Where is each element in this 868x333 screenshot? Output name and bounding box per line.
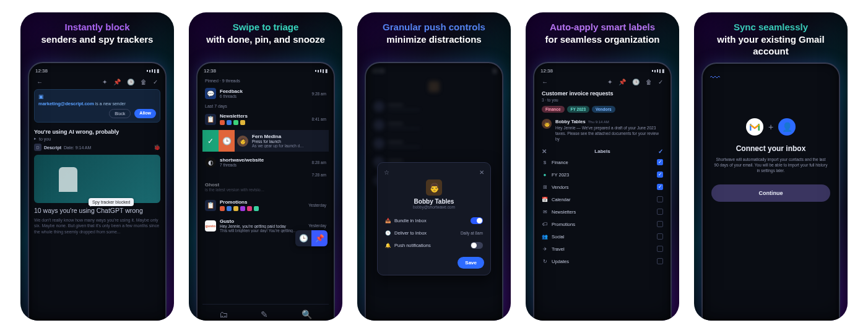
headline-accent: Sync seamlessly: [734, 22, 808, 32]
done-icon[interactable]: ✓: [658, 79, 663, 85]
trash-icon[interactable]: 🗑: [646, 79, 652, 85]
setting-row[interactable]: 🕒Deliver to Inbox Daily at 8am: [384, 227, 484, 239]
headline-accent: Auto-apply smart labels: [550, 22, 655, 32]
label-row[interactable]: ✉Newsletters: [539, 205, 666, 218]
bundle-icon: 📥: [385, 218, 391, 223]
setting-row[interactable]: 📥Bundle in Inbox: [384, 214, 484, 227]
list-item[interactable]: 📋 Promotions Yesterday: [202, 196, 329, 215]
checkbox[interactable]: [657, 246, 663, 252]
pin-icon[interactable]: 📌: [618, 79, 626, 85]
checkbox[interactable]: [657, 258, 663, 264]
slide-block-senders[interactable]: Instantly block senders and spy trackers…: [20, 12, 174, 321]
chip-fy2023[interactable]: FY 2023: [567, 106, 589, 113]
label-row[interactable]: 🏷Promotions: [539, 218, 666, 230]
labels-close-icon[interactable]: ✕: [542, 148, 547, 155]
checkbox[interactable]: [657, 184, 663, 190]
list-item[interactable]: 💬 Feedback6 threads 9:28 am: [202, 84, 329, 103]
pin-action-icon[interactable]: 📌: [311, 230, 328, 246]
snooze-action-icon[interactable]: 🕒: [295, 230, 311, 246]
star-icon[interactable]: ☆: [384, 169, 389, 176]
plus-icon: +: [768, 122, 773, 132]
label-row[interactable]: 👥Social: [539, 230, 666, 243]
signal-icon: ▮: [147, 68, 159, 74]
swipe-done-icon[interactable]: ✓: [202, 130, 219, 152]
sparkle-icon[interactable]: ✦: [607, 79, 612, 85]
onboard-title: Connect your inbox: [711, 144, 830, 153]
email-toolbar: ← ✦ 📌 🕒 🗑 ✓: [34, 77, 160, 89]
item-time: 9:28 am: [312, 92, 327, 96]
mini-icons: [220, 120, 308, 125]
done-icon[interactable]: ✓: [153, 79, 158, 85]
labels-confirm-icon[interactable]: ✓: [658, 148, 663, 155]
slide-swipe-triage[interactable]: Swipe to triage with done, pin, and snoo…: [189, 12, 342, 321]
item-sub2: As we gear up for launch d…: [252, 144, 326, 148]
back-icon[interactable]: ←: [542, 79, 548, 85]
label-row[interactable]: ↻Updates: [539, 255, 666, 267]
status-bar: 12:38 ▮: [34, 68, 160, 77]
bug-icon[interactable]: 🐞: [154, 144, 160, 150]
slide-headline: Sync seamlessly with your existing Gmail…: [701, 21, 840, 58]
list-item[interactable]: Ghostis the latest version with revisio…: [202, 178, 329, 196]
close-icon[interactable]: ✕: [479, 169, 484, 176]
nav-inbox-icon[interactable]: 🗂: [219, 309, 228, 319]
checkbox[interactable]: [657, 159, 663, 165]
slide-smart-labels[interactable]: Auto-apply smart labels for seamless org…: [526, 12, 679, 321]
clock-icon[interactable]: 🕒: [127, 79, 134, 85]
label-icon: $: [542, 160, 548, 165]
continue-button[interactable]: Continue: [711, 184, 830, 202]
label-name: Updates: [552, 259, 569, 264]
headline-rest: for seamless organization: [545, 34, 659, 45]
phone-mock: 12:38 ▮ ← ✦ 📌 🕒 🗑 ✓ ▣ marketing@descript…: [28, 62, 167, 321]
headline-rest: minimize distractions: [386, 34, 481, 45]
label-name: Social: [552, 234, 564, 240]
email-toolbar: ← ✦ 📌 🕒 🗑 ✓: [539, 77, 666, 89]
save-button[interactable]: Save: [458, 257, 484, 269]
label-icon: 📅: [542, 197, 548, 202]
new-sender-card: ▣ marketing@descript.com is a new sender…: [34, 89, 160, 123]
toggle-off[interactable]: [471, 242, 483, 249]
checkbox[interactable]: [657, 196, 663, 202]
label-name: Newsletters: [552, 209, 576, 215]
mail-icon: ▣: [38, 93, 156, 100]
list-item[interactable]: ◐ shortwave/website7 threads 8:28 am: [202, 153, 329, 171]
chip-vendors[interactable]: Vendors: [592, 106, 615, 113]
deliver-value: Daily at 8am: [461, 231, 483, 235]
label-icon: ✈: [542, 246, 548, 252]
label-row[interactable]: ●FY 2023: [539, 168, 666, 181]
nav-compose-icon[interactable]: ✎: [261, 309, 268, 319]
message-body: Hey Jennie — We've prepared a draft of y…: [555, 126, 663, 142]
allow-button[interactable]: Allow: [134, 109, 156, 118]
label-row[interactable]: 📅Calendar: [539, 193, 666, 205]
signal-icon: ▮: [315, 68, 328, 74]
swipe-snooze-icon[interactable]: 🕒: [219, 130, 235, 152]
toggle-on[interactable]: [471, 217, 483, 224]
message-time: Thu 9:14 AM: [588, 120, 609, 124]
label-row[interactable]: ✈Travel: [539, 243, 666, 255]
item-sub: 7 threads: [220, 163, 308, 167]
chip-finance[interactable]: Finance: [542, 106, 565, 113]
checkbox[interactable]: [657, 233, 663, 240]
swipe-row[interactable]: ✓ 🕒 👩 Fern MedinaPress for launchAs we g…: [202, 130, 329, 152]
back-icon[interactable]: ←: [37, 79, 43, 85]
label-row[interactable]: $Finance: [539, 156, 666, 168]
phone-mock: 12:38 ▮ ← ✦ 📌 🕒 🗑 ✓ Customer invoice req…: [533, 62, 672, 321]
clock: 12:38: [204, 68, 216, 74]
sparkle-icon[interactable]: ✦: [102, 79, 107, 85]
feedback-icon: 💬: [205, 88, 216, 99]
setting-row[interactable]: 🔔Push notifications: [384, 239, 484, 252]
clock-icon[interactable]: 🕒: [632, 79, 640, 85]
checkbox[interactable]: [657, 209, 663, 215]
time-section: 7:28 am: [202, 171, 329, 178]
pin-icon[interactable]: 📌: [113, 79, 121, 85]
label-row[interactable]: ⊞Vendors: [539, 181, 666, 193]
trash-icon[interactable]: 🗑: [141, 79, 147, 85]
checkbox[interactable]: [657, 171, 663, 178]
slide-push-controls[interactable]: Granular push controls minimize distract…: [357, 12, 511, 321]
slide-sync-gmail[interactable]: Sync seamlessly with your existing Gmail…: [694, 12, 848, 321]
list-item[interactable]: 📋 Newsletters 8:41 am: [202, 110, 329, 129]
checkbox[interactable]: [657, 221, 663, 227]
block-button[interactable]: Block: [109, 109, 131, 118]
phone-mock: 12:38 ▮ Pinned · 9 threads 💬 Feedback6 t…: [196, 62, 335, 321]
nav-search-icon[interactable]: 🔍: [302, 309, 312, 319]
item-sub: 6 threads: [220, 94, 308, 98]
